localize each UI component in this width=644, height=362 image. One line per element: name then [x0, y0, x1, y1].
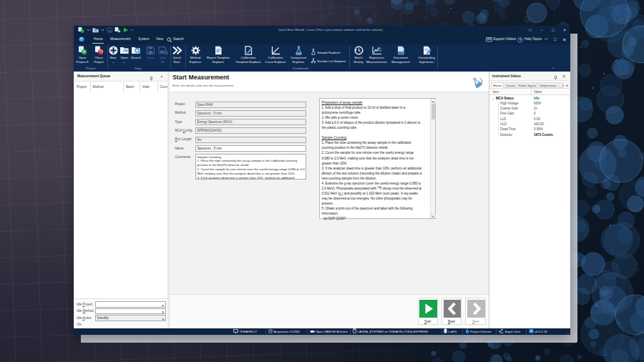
svg-text:?: ?	[519, 37, 522, 41]
